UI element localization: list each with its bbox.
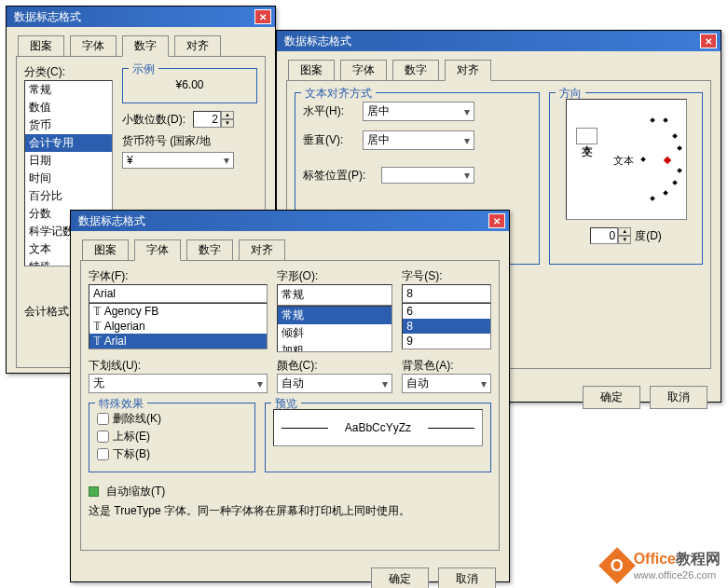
close-icon[interactable]: ✕ bbox=[254, 9, 271, 24]
list-item[interactable]: 数值 bbox=[25, 99, 112, 116]
close-icon[interactable]: ✕ bbox=[488, 213, 505, 228]
dialog-title: 数据标志格式 bbox=[10, 9, 81, 25]
list-item[interactable]: 加粗 bbox=[278, 342, 392, 352]
horizontal-value: 居中 bbox=[367, 103, 390, 119]
vertical-select[interactable]: 居中 bbox=[363, 130, 474, 150]
dialog-footer: 确定 取消 bbox=[71, 560, 509, 588]
orientation-box[interactable]: 文本 文本 bbox=[566, 99, 687, 220]
decimal-spinner[interactable]: ▲▼ bbox=[193, 111, 234, 128]
tab-align[interactable]: 对齐 bbox=[174, 35, 221, 57]
currency-value: ¥ bbox=[127, 154, 133, 167]
close-icon[interactable]: ✕ bbox=[700, 34, 717, 48]
font-label: 字体(F): bbox=[89, 268, 268, 284]
list-item[interactable]: 时间 bbox=[25, 170, 112, 187]
titlebar[interactable]: 数据标志格式 ✕ bbox=[71, 211, 509, 231]
ok-button[interactable]: 确定 bbox=[371, 567, 429, 588]
spin-down-icon[interactable]: ▼ bbox=[618, 236, 631, 244]
label-position-select[interactable] bbox=[381, 167, 474, 184]
tab-font[interactable]: 字体 bbox=[340, 60, 387, 81]
watermark-brand: Office bbox=[634, 551, 676, 567]
subscript-checkbox[interactable]: 下标(B) bbox=[97, 446, 247, 462]
tab-pattern[interactable]: 图案 bbox=[82, 239, 129, 261]
size-input[interactable]: 8 bbox=[402, 284, 491, 303]
size-listbox[interactable]: 6 8 9 bbox=[402, 303, 491, 349]
preview-group: 预览 AaBbCcYyZz bbox=[265, 403, 491, 472]
degree-spinner[interactable]: ▲▼ bbox=[590, 227, 631, 244]
dialog-title: 数据标志格式 bbox=[75, 213, 145, 229]
dial-indicator-icon bbox=[663, 157, 670, 164]
tab-number[interactable]: 数字 bbox=[122, 35, 169, 57]
list-item[interactable]: 日期 bbox=[25, 152, 112, 170]
tab-align[interactable]: 对齐 bbox=[445, 60, 491, 81]
underline-value: 无 bbox=[93, 376, 104, 391]
list-item[interactable]: 9 bbox=[403, 334, 490, 349]
tab-strip: 图案 字体 数字 对齐 bbox=[71, 231, 509, 260]
list-item[interactable]: 倾斜 bbox=[278, 324, 392, 342]
tab-font[interactable]: 字体 bbox=[134, 239, 181, 261]
checked-icon bbox=[89, 486, 99, 497]
label-position-label: 标签位置(P): bbox=[303, 168, 378, 184]
vertical-value: 居中 bbox=[367, 132, 390, 148]
tab-pattern[interactable]: 图案 bbox=[288, 60, 335, 81]
preview-box: AaBbCcYyZz bbox=[273, 409, 483, 446]
titlebar[interactable]: 数据标志格式 ✕ bbox=[277, 31, 721, 51]
ok-button[interactable]: 确定 bbox=[583, 386, 640, 409]
tab-pattern[interactable]: 图案 bbox=[18, 35, 64, 57]
underline-label: 下划线(U): bbox=[89, 358, 268, 374]
color-select[interactable]: 自动 bbox=[277, 374, 393, 393]
tab-font[interactable]: 字体 bbox=[70, 35, 117, 57]
cancel-button[interactable]: 取消 bbox=[438, 567, 496, 588]
decimal-places-label: 小数位数(D): bbox=[122, 112, 185, 128]
autoscale-checkbox[interactable]: 自动缩放(T) bbox=[89, 484, 491, 499]
currency-symbol-label: 货币符号 (国家/地 bbox=[122, 133, 211, 149]
color-label: 颜色(C): bbox=[277, 358, 393, 374]
decimal-input[interactable] bbox=[193, 111, 221, 128]
watermark-rest: 教程网 bbox=[676, 551, 721, 567]
list-item[interactable]: 𝕋 Arial bbox=[89, 334, 267, 349]
watermark: O Office教程网 www.office26.com bbox=[604, 550, 721, 581]
sample-label: 示例 bbox=[129, 62, 158, 77]
list-item[interactable]: 常规 bbox=[278, 307, 392, 324]
degree-label: 度(D) bbox=[635, 228, 662, 244]
list-item[interactable]: 货币 bbox=[25, 116, 112, 134]
vertical-text-button[interactable]: 文本 bbox=[576, 128, 598, 144]
titlebar[interactable]: 数据标志格式 ✕ bbox=[7, 7, 275, 27]
spin-up-icon[interactable]: ▲ bbox=[618, 227, 631, 236]
text-align-group-title: 文本对齐方式 bbox=[301, 86, 376, 102]
list-item[interactable]: 8 bbox=[403, 319, 490, 334]
font-panel: 字体(F): Arial 𝕋 Agency FB 𝕋 Algerian 𝕋 Ar… bbox=[80, 260, 500, 551]
dialog-title: 数据标志格式 bbox=[281, 34, 351, 49]
list-item[interactable]: 会计专用 bbox=[25, 134, 112, 152]
superscript-checkbox[interactable]: 上标(E) bbox=[97, 429, 247, 444]
bg-select[interactable]: 自动 bbox=[402, 374, 491, 393]
spin-up-icon[interactable]: ▲ bbox=[221, 111, 234, 119]
list-item[interactable]: 百分比 bbox=[25, 187, 112, 205]
font-input[interactable]: Arial bbox=[89, 284, 268, 303]
orientation-dial[interactable]: 文本 bbox=[613, 118, 697, 202]
list-item[interactable]: 𝕋 Algerian bbox=[89, 319, 267, 334]
watermark-url: www.office26.com bbox=[634, 569, 721, 581]
super-label: 上标(E) bbox=[113, 429, 150, 444]
currency-select[interactable]: ¥ bbox=[122, 152, 234, 169]
underline-select[interactable]: 无 bbox=[89, 374, 268, 393]
tab-number[interactable]: 数字 bbox=[186, 239, 233, 261]
list-item[interactable]: 常规 bbox=[25, 81, 112, 99]
spin-down-icon[interactable]: ▼ bbox=[221, 119, 234, 128]
cancel-button[interactable]: 取消 bbox=[650, 386, 707, 409]
color-value: 自动 bbox=[282, 376, 304, 391]
tab-align[interactable]: 对齐 bbox=[239, 239, 285, 261]
horizontal-select[interactable]: 居中 bbox=[363, 102, 474, 121]
list-item[interactable]: 𝕋 Agency FB bbox=[89, 304, 267, 319]
list-item[interactable]: 6 bbox=[403, 304, 490, 319]
effects-label: 特殊效果 bbox=[95, 396, 147, 412]
sample-group: 示例 ¥6.00 bbox=[122, 68, 257, 103]
style-listbox[interactable]: 常规 倾斜 加粗 bbox=[277, 306, 393, 352]
style-input[interactable]: 常规 bbox=[277, 284, 393, 306]
vertical-label: 垂直(V): bbox=[303, 132, 359, 148]
strikethrough-checkbox[interactable]: 删除线(K) bbox=[97, 411, 247, 427]
horizontal-label: 水平(H): bbox=[303, 103, 359, 119]
sub-label: 下标(B) bbox=[113, 446, 150, 462]
tab-number[interactable]: 数字 bbox=[392, 60, 439, 81]
font-listbox[interactable]: 𝕋 Agency FB 𝕋 Algerian 𝕋 Arial bbox=[89, 303, 268, 349]
degree-input[interactable] bbox=[590, 227, 618, 244]
